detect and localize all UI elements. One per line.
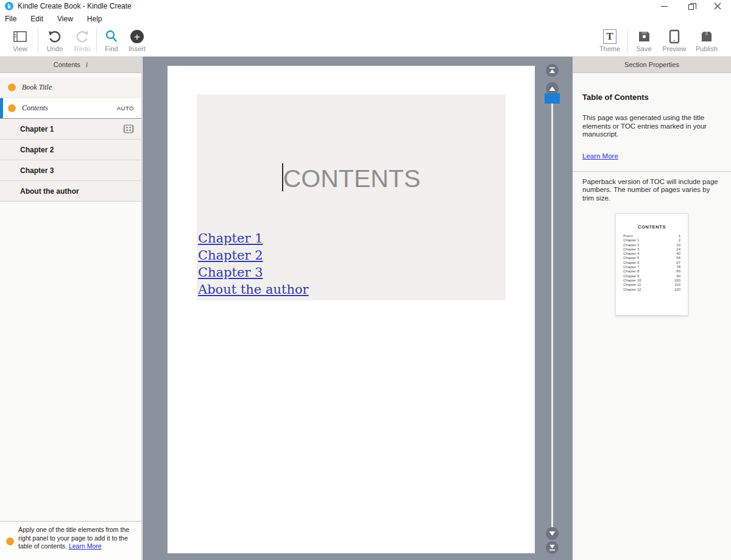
toc-thumbnail-entry: Poem1 bbox=[623, 234, 680, 238]
title-element-dot-icon bbox=[8, 104, 16, 112]
main-content: Contents i Book Title Contents AUTO Chap… bbox=[0, 57, 731, 560]
sidebar-item-contents[interactable]: Contents AUTO bbox=[0, 98, 141, 119]
save-icon bbox=[637, 29, 651, 44]
redo-button[interactable]: Redo bbox=[66, 29, 98, 54]
restore-button[interactable] bbox=[677, 0, 704, 12]
theme-button[interactable]: T Theme bbox=[594, 29, 626, 54]
toc-link-chapter-1[interactable]: Chapter 1 bbox=[198, 230, 309, 247]
insert-button[interactable]: + Insert bbox=[121, 29, 153, 54]
toc-thumbnail-entry: Chapter 440 bbox=[623, 252, 680, 256]
grid-icon[interactable] bbox=[123, 124, 134, 136]
right-panel-header: Section Properties bbox=[573, 57, 731, 73]
toc-thumbnail-entry: Chapter 12 bbox=[623, 238, 680, 243]
skip-to-bottom-icon bbox=[548, 544, 556, 551]
preview-device-icon bbox=[668, 29, 681, 44]
view-icon bbox=[12, 29, 28, 44]
section-title: Table of Contents bbox=[582, 93, 721, 102]
sidebar-item-chapter-3[interactable]: Chapter 3 bbox=[0, 160, 141, 181]
editor-canvas: CONTENTS Chapter 1 Chapter 2 Chapter 3 A… bbox=[143, 57, 573, 560]
sidebar-item-label: Chapter 1 bbox=[20, 125, 54, 133]
toc-thumbnail-entry: Chapter 210 bbox=[623, 243, 680, 247]
toc-thumbnail-entries: Poem1Chapter 12Chapter 210Chapter 324Cha… bbox=[616, 230, 688, 292]
preview-button[interactable]: Preview bbox=[659, 29, 690, 54]
section-properties-panel: Section Properties Table of Contents Thi… bbox=[573, 57, 731, 560]
sidebar-hint-note: Apply one of the title elements from the… bbox=[0, 521, 141, 560]
scrollbar-thumb[interactable] bbox=[545, 93, 560, 104]
toolbar: View Undo Redo Find + Insert T Theme Sav… bbox=[0, 25, 731, 57]
menu-file[interactable]: File bbox=[5, 13, 23, 24]
menu-help[interactable]: Help bbox=[87, 13, 108, 24]
toc-link-chapter-3[interactable]: Chapter 3 bbox=[198, 264, 309, 281]
chevron-down-icon bbox=[548, 530, 556, 537]
title-element-dot-icon bbox=[8, 83, 16, 91]
toc-preview-thumbnail: CONTENTS Poem1Chapter 12Chapter 210Chapt… bbox=[615, 213, 688, 316]
toc-link-list: Chapter 1 Chapter 2 Chapter 3 About the … bbox=[198, 230, 309, 298]
sidebar-item-chapter-2[interactable]: Chapter 2 bbox=[0, 140, 141, 160]
toolbar-separator bbox=[38, 29, 38, 53]
minimize-icon bbox=[661, 6, 668, 7]
toc-thumbnail-entry: Chapter 12120 bbox=[623, 288, 680, 292]
sidebar-item-label: Book Title bbox=[22, 83, 52, 92]
window-title: Kindle Create Book - Kindle Create bbox=[18, 2, 132, 10]
sidebar-item-book-title[interactable]: Book Title bbox=[0, 77, 141, 98]
title-bar: k Kindle Create Book - Kindle Create bbox=[0, 0, 731, 12]
search-icon bbox=[104, 29, 119, 44]
publish-package-icon bbox=[699, 29, 714, 44]
sidebar-header-label: Contents bbox=[54, 61, 80, 68]
insert-plus-icon: + bbox=[130, 29, 144, 44]
thumbnail-title: CONTENTS bbox=[616, 214, 688, 230]
toc-thumbnail-entry: Chapter 889 bbox=[623, 269, 680, 274]
sidebar-item-label: About the author bbox=[20, 187, 79, 196]
restore-icon bbox=[688, 4, 694, 10]
minimize-button[interactable] bbox=[651, 0, 677, 12]
theme-icon: T bbox=[603, 29, 616, 44]
book-page[interactable]: CONTENTS Chapter 1 Chapter 2 Chapter 3 A… bbox=[168, 66, 535, 553]
toc-thumbnail-entry: Chapter 11110 bbox=[623, 283, 680, 287]
hint-learn-more-link[interactable]: Learn More bbox=[69, 542, 102, 550]
save-button[interactable]: Save bbox=[628, 29, 660, 54]
sidebar-item-label: Chapter 3 bbox=[20, 166, 54, 175]
sidebar-item-label: Contents bbox=[22, 104, 48, 113]
menu-edit[interactable]: Edit bbox=[30, 13, 49, 24]
sidebar-item-chapter-1[interactable]: Chapter 1 bbox=[0, 119, 141, 140]
publish-button[interactable]: Publish bbox=[691, 29, 722, 54]
menu-view[interactable]: View bbox=[57, 13, 79, 24]
title-element-dot-icon bbox=[6, 537, 14, 545]
sidebar-item-list: Book Title Contents AUTO Chapter 1 Chapt… bbox=[0, 77, 141, 202]
panel-divider bbox=[573, 171, 731, 172]
redo-icon bbox=[75, 29, 90, 44]
scroll-to-bottom-button[interactable] bbox=[546, 541, 559, 554]
close-button[interactable] bbox=[704, 0, 731, 12]
info-icon[interactable]: i bbox=[86, 60, 88, 69]
page-scrollbar bbox=[532, 57, 573, 560]
toc-page-title[interactable]: CONTENTS bbox=[283, 165, 421, 193]
toc-thumbnail-entry: Chapter 990 bbox=[623, 274, 680, 278]
chevron-up-icon bbox=[548, 85, 556, 92]
scroll-to-top-button[interactable] bbox=[546, 64, 559, 77]
hint-text: Apply one of the title elements from the… bbox=[18, 526, 139, 551]
view-button[interactable]: View bbox=[4, 29, 36, 54]
sidebar-header: Contents i bbox=[0, 57, 141, 73]
sidebar-item-about-the-author[interactable]: About the author bbox=[0, 181, 141, 202]
toc-title-row[interactable]: CONTENTS bbox=[197, 163, 506, 193]
scroll-down-button[interactable] bbox=[546, 527, 559, 540]
right-panel-body: Table of Contents This page was generate… bbox=[573, 93, 731, 316]
toc-link-about-the-author[interactable]: About the author bbox=[198, 281, 309, 298]
scrollbar-track[interactable] bbox=[551, 92, 553, 532]
menu-bar: File Edit View Help bbox=[0, 12, 731, 25]
undo-icon bbox=[48, 29, 62, 44]
section-description: This page was generated using the title … bbox=[582, 114, 721, 139]
right-panel-header-label: Section Properties bbox=[624, 61, 679, 68]
sidebar-item-label: Chapter 2 bbox=[20, 146, 54, 154]
learn-more-link[interactable]: Learn More bbox=[582, 152, 618, 160]
paperback-note: Paperback version of TOC will include pa… bbox=[582, 178, 721, 203]
skip-to-top-icon bbox=[548, 66, 556, 74]
close-icon bbox=[714, 2, 721, 10]
auto-badge: AUTO bbox=[117, 105, 134, 112]
toc-link-chapter-2[interactable]: Chapter 2 bbox=[198, 247, 309, 264]
toc-content-block[interactable]: CONTENTS Chapter 1 Chapter 2 Chapter 3 A… bbox=[197, 94, 506, 300]
contents-sidebar: Contents i Book Title Contents AUTO Chap… bbox=[0, 57, 142, 560]
toc-thumbnail-entry: Chapter 10100 bbox=[623, 278, 680, 283]
kindle-create-app-icon: k bbox=[5, 2, 13, 10]
toc-thumbnail-entry: Chapter 778 bbox=[623, 265, 680, 269]
